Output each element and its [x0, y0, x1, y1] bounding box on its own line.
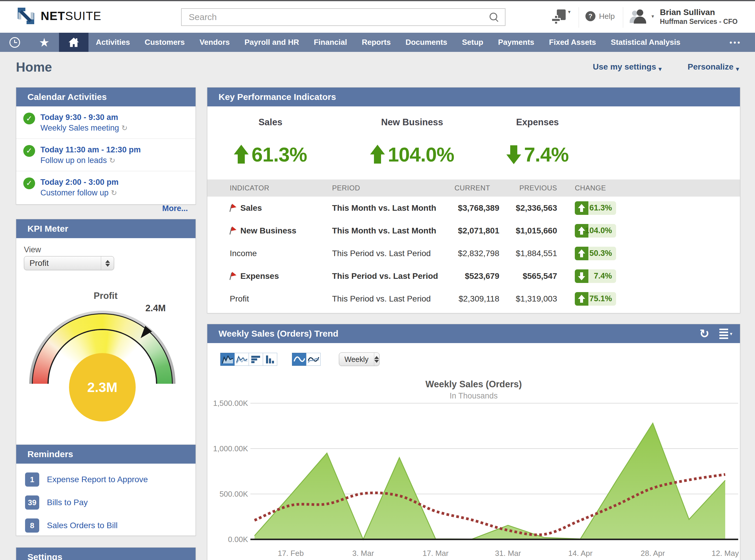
use-my-settings-link[interactable]: Use my settings▼: [593, 62, 663, 73]
current-cell: $2,832,798: [454, 249, 499, 258]
calendar-event-time[interactable]: Today 2:00 - 3:00 pm: [40, 177, 119, 187]
nav-item-customers[interactable]: Customers: [137, 33, 192, 52]
check-circle-icon: ✓: [23, 113, 35, 124]
help-icon: ?: [585, 11, 596, 21]
calendar-more-link[interactable]: More...: [16, 203, 195, 217]
previous-cell: $1,319,003: [499, 294, 557, 304]
nav-item-setup[interactable]: Setup: [455, 33, 491, 52]
home-icon: [68, 37, 79, 47]
netsuite-logo-text: NETSUITE: [41, 9, 101, 23]
help-button[interactable]: ? Help: [585, 11, 615, 21]
change-badge: 50.3%: [575, 247, 740, 260]
reminder-item[interactable]: 1Expense Report to Approve: [25, 473, 195, 487]
check-circle-icon: ✓: [23, 177, 35, 189]
indicator-name: Expenses: [240, 272, 279, 281]
arrow-down-icon: [578, 272, 585, 280]
gauge-value-badge: 2.3M: [69, 353, 136, 421]
kpi-summary-label: Expenses: [516, 117, 559, 127]
reminder-link[interactable]: Expense Report to Approve: [47, 475, 148, 484]
kpi-table: INDICATORPERIODCURRENTPREVIOUSCHANGE Sal…: [207, 180, 740, 310]
chart-style-smooth-button[interactable]: [292, 353, 306, 366]
svg-text:1,500.00K: 1,500.00K: [213, 399, 248, 407]
calendar-event-name[interactable]: Follow up on leads↻: [40, 155, 141, 166]
indicator-cell: Profit: [230, 294, 332, 304]
column-header-period: PERIOD: [332, 184, 454, 192]
nav-item-vendors[interactable]: Vendors: [192, 33, 237, 52]
search-input[interactable]: [182, 12, 489, 22]
create-new-button[interactable]: ▾: [552, 9, 571, 25]
chart-type-vbar-button[interactable]: [263, 353, 277, 366]
chart-style-group: [292, 353, 321, 366]
change-cell: 7.4%: [557, 269, 740, 283]
recurring-icon: ↻: [109, 156, 115, 164]
period-cell: This Month vs. Last Month: [332, 203, 454, 213]
calendar-event-time[interactable]: Today 9:30 - 9:30 am: [40, 112, 128, 123]
chart-type-line-button[interactable]: [234, 353, 249, 366]
reminder-item[interactable]: 39Bills to Pay: [25, 496, 195, 509]
recurring-icon: ↻: [121, 124, 128, 132]
chevron-down-icon: ▼: [657, 66, 663, 72]
chart-period-value: Weekly: [339, 355, 374, 364]
calendar-event-name[interactable]: Customer follow up↻: [40, 187, 119, 198]
arrow-up-icon: [370, 145, 385, 164]
nav-item-fixed-assets[interactable]: Fixed Assets: [542, 33, 603, 52]
calendar-event-name[interactable]: Weekly Sales meeting↻: [40, 123, 128, 133]
reminder-item[interactable]: 8Sales Orders to Bill: [25, 518, 195, 533]
check-circle-icon: ✓: [23, 145, 35, 157]
portlet-menu-button[interactable]: ▾: [719, 328, 732, 339]
arrow-up-icon: [578, 227, 585, 235]
home-tab[interactable]: [59, 33, 89, 52]
user-role: Huffman Services - CFO: [660, 17, 738, 26]
nav-item-financial[interactable]: Financial: [306, 33, 354, 52]
indicator-cell: Income: [230, 249, 332, 258]
nav-item-statistical-analysis[interactable]: Statistical Analysis: [603, 33, 688, 52]
nav-item-documents[interactable]: Documents: [398, 33, 455, 52]
recent-clock-icon: [9, 37, 20, 48]
previous-cell: $2,336,563: [499, 203, 557, 213]
calendar-event[interactable]: ✓Today 9:30 - 9:30 amWeekly Sales meetin…: [16, 106, 195, 139]
chart-type-area-button[interactable]: [220, 353, 235, 366]
chart-period-select[interactable]: Weekly: [339, 353, 380, 366]
flag-icon: [230, 204, 237, 212]
chart-type-hbar-button[interactable]: [249, 353, 263, 366]
chart-style-multiline-button[interactable]: [306, 353, 321, 366]
netsuite-logo[interactable]: NETSUITE: [17, 6, 101, 25]
calendar-event-text: Today 11:30 am - 12:30 pmFollow up on le…: [40, 144, 141, 166]
previous-cell: $1,015,660: [499, 226, 557, 236]
header-divider: [579, 7, 579, 28]
recent-records-button[interactable]: [0, 33, 30, 52]
search-icon[interactable]: [489, 13, 499, 21]
nav-more-button[interactable]: •••: [724, 33, 755, 52]
star-icon: ★: [39, 37, 50, 48]
weekly-sales-panel: Weekly Sales (Orders) Trend ↻ ▾: [207, 324, 740, 560]
svg-text:500.00K: 500.00K: [219, 489, 248, 498]
calendar-event[interactable]: ✓Today 2:00 - 3:00 pmCustomer follow up↻: [16, 171, 195, 203]
calendar-event-time[interactable]: Today 11:30 am - 12:30 pm: [40, 144, 141, 155]
settings-header: Settings: [16, 547, 195, 560]
kpi-view-select[interactable]: Profit: [24, 256, 114, 270]
nav-menu: ActivitiesCustomersVendorsPayroll and HR…: [89, 33, 688, 52]
calendar-event[interactable]: ✓Today 11:30 am - 12:30 pmFollow up on l…: [16, 139, 195, 171]
reminders-panel: Reminders 1Expense Report to Approve39Bi…: [16, 444, 196, 536]
kpi-summary-value: 104.0%: [388, 143, 454, 166]
reminders-list: 1Expense Report to Approve39Bills to Pay…: [16, 473, 195, 533]
change-value: 104.0%: [588, 224, 616, 238]
nav-item-payroll-and-hr[interactable]: Payroll and HR: [237, 33, 306, 52]
select-spinner-icon: [101, 256, 114, 270]
user-menu[interactable]: ▾ Brian Sullivan Huffman Services - CFO: [630, 7, 738, 26]
flag-icon: [230, 227, 237, 235]
nav-item-activities[interactable]: Activities: [89, 33, 137, 52]
nav-item-payments[interactable]: Payments: [491, 33, 542, 52]
reminder-count-badge: 1: [25, 473, 39, 487]
chart-toolbar: Weekly: [220, 353, 740, 366]
shortcuts-button[interactable]: ★: [30, 33, 59, 52]
nav-item-reports[interactable]: Reports: [354, 33, 398, 52]
reminder-link[interactable]: Sales Orders to Bill: [47, 521, 118, 530]
refresh-icon[interactable]: ↻: [699, 328, 709, 340]
kpi-summary-value-row: 104.0%: [370, 143, 454, 166]
personalize-link[interactable]: Personalize▼: [688, 62, 740, 73]
column-header-indicator: INDICATOR: [230, 184, 332, 192]
column-header-current: CURRENT: [454, 184, 499, 192]
calendar-event-text: Today 2:00 - 3:00 pmCustomer follow up↻: [40, 177, 119, 198]
reminder-link[interactable]: Bills to Pay: [47, 498, 88, 507]
